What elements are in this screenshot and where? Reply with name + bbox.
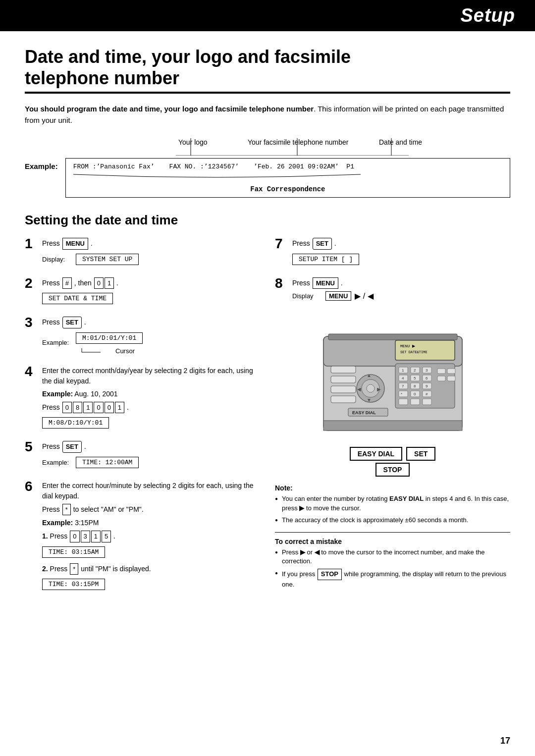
svg-rect-38	[411, 399, 420, 405]
svg-text:4: 4	[402, 376, 404, 380]
key-5: 5	[102, 531, 111, 542]
svg-rect-49	[437, 376, 445, 381]
svg-text:1: 1	[402, 368, 404, 373]
step-8: 8 Press MENU . Display MENU ▶ / ◀	[275, 277, 510, 303]
step-1-display: SYSTEM SET UP	[76, 254, 139, 265]
intro-bold: You should program the date and time, yo…	[25, 105, 314, 113]
step-2-content: Press # , then 01 . SET DATE & TIME	[42, 277, 260, 308]
step-6-sub1-text: 1. Press 0315 .	[42, 531, 260, 542]
star-key: *	[62, 504, 71, 516]
step-6: 6 Enter the correct hour/minute by selec…	[25, 481, 260, 596]
svg-text:3: 3	[426, 368, 428, 373]
page-number: 17	[500, 736, 510, 746]
set-button-3: SET	[62, 317, 82, 328]
menu-button-1: MENU	[62, 238, 88, 250]
step-6-sub1-display: TIME: 03:15AM	[42, 546, 105, 558]
svg-text:*: *	[401, 392, 402, 396]
step-3: 3 Press SET . Example: M:01/D:01/Y:01	[25, 317, 260, 357]
fax-machine-svg: MENU ▶ SET DATE&TIME 1 2 3	[319, 312, 467, 440]
svg-text:▼: ▼	[367, 397, 372, 403]
step-6-text1: Enter the correct hour/minute by selecti…	[42, 481, 260, 501]
svg-text:#: #	[426, 392, 428, 396]
svg-rect-54	[331, 396, 356, 403]
step-8-text: Press MENU .	[292, 277, 510, 289]
step-7-text: Press SET .	[292, 238, 510, 250]
svg-text:7: 7	[402, 384, 404, 388]
fax-from: FROM :ʼPanasonic Faxʼ	[73, 162, 155, 170]
step-6-example: Example: 3:15PM	[42, 518, 260, 528]
step-1-display-row: Display: SYSTEM SET UP	[42, 252, 260, 267]
key-1b: 1	[115, 402, 124, 414]
star-key-2: *	[70, 563, 78, 575]
svg-rect-39	[423, 399, 431, 405]
svg-text:SET DATE&TIME: SET DATE&TIME	[400, 350, 428, 354]
example-label: Example:	[25, 162, 58, 170]
step-8-display-row: Display MENU ▶ / ◀	[292, 291, 510, 301]
note-section: Note: You can enter the number by rotati…	[275, 484, 510, 525]
example-box: FROM :ʼPanasonic Faxʼ FAX NO. :ʼ1234567ʼ…	[65, 158, 510, 198]
fax-date: ʼFeb. 26 2001 09:02AMʼ P1	[254, 162, 354, 170]
step-5-display-row: Example: TIME: 12:00AM	[42, 455, 260, 470]
svg-rect-37	[399, 399, 408, 405]
set-button-5: SET	[62, 441, 82, 453]
key-1a: 1	[83, 402, 93, 414]
step-4-display-row: M:08/D:10/Y:01	[42, 416, 260, 430]
steps-layout: 1 Press MENU . Display: SYSTEM SET UP 2	[25, 238, 510, 604]
svg-text:8: 8	[414, 384, 416, 388]
svg-text:2: 2	[414, 368, 416, 373]
note-item-1: You can enter the number by rotating EAS…	[275, 494, 510, 512]
cursor-line: Cursor	[76, 346, 143, 355]
stop-button: STOP	[375, 463, 410, 477]
keypad-grid: 1 2 3 4 5 6 7	[399, 367, 431, 405]
step-3-example-label: Example:	[42, 339, 72, 346]
step-1-content: Press MENU . Display: SYSTEM SET UP	[42, 238, 260, 269]
cursor-note: Cursor	[115, 347, 135, 355]
step-8-number: 8	[275, 275, 292, 291]
correct-title: To correct a mistake	[275, 538, 510, 545]
step-4-example: Example: Aug. 10, 2001	[42, 389, 260, 399]
svg-text:EASY DIAL: EASY DIAL	[352, 410, 376, 415]
step-5-content: Press SET . Example: TIME: 12:00AM	[42, 441, 260, 472]
step-5: 5 Press SET . Example: TIME: 12:00AM	[25, 441, 260, 472]
step-6-sub1-display-row: TIME: 03:15AM	[42, 545, 260, 559]
step-1-display-label: Display:	[42, 256, 72, 263]
step-6-sub1: 1. Press 0315 . TIME: 03:15AM	[42, 531, 260, 559]
example-row: Example: FROM :ʼPanasonic Faxʼ FAX NO. :…	[25, 158, 510, 198]
correct-item-2: If you press STOP while programming, the…	[275, 569, 510, 589]
steps-right: 7 Press SET . SETUP ITEM [ ] 8 Press MEN…	[275, 238, 510, 604]
step-5-number: 5	[25, 439, 42, 455]
hash-button: #	[62, 277, 72, 289]
key-1-btn: 1	[105, 277, 114, 289]
step-3-number: 3	[25, 315, 42, 330]
note-item-2: The accuracy of the clock is approximate…	[275, 516, 510, 525]
fax-button-group: EASY DIAL SET STOP	[350, 444, 436, 477]
step-6-sub2-text: 2. Press * until "PM" is displayed.	[42, 563, 260, 575]
cursor-arrow-svg	[76, 346, 106, 354]
svg-rect-57	[323, 421, 462, 431]
key-8: 8	[73, 402, 82, 414]
svg-text:5: 5	[414, 376, 416, 380]
step-2-text: Press # , then 01 .	[42, 277, 260, 289]
step-7-content: Press SET . SETUP ITEM [ ]	[292, 238, 510, 269]
title-line2: telephone number	[25, 68, 179, 88]
step-8-menu-label: MENU	[325, 291, 351, 301]
step-4-keys: Press 081001 .	[42, 402, 260, 414]
fax-line-curve	[73, 170, 361, 179]
svg-text:▲: ▲	[367, 373, 372, 378]
step-6-text2: Press * to select "AM" or "PM".	[42, 504, 260, 516]
step-8-content: Press MENU . Display MENU ▶ / ◀	[292, 277, 510, 303]
svg-rect-53	[331, 386, 356, 393]
page-header: Setup	[0, 0, 535, 31]
step-1-text: Press MENU .	[42, 238, 260, 250]
step-5-example-label: Example:	[42, 459, 72, 466]
step-4-number: 4	[25, 364, 42, 379]
step-3-display-row: Example: M:01/D:01/Y:01 Cursor	[42, 331, 260, 355]
key-0b: 0	[94, 402, 103, 414]
svg-text:6: 6	[426, 376, 428, 380]
step-4-content: Enter the correct month/day/year by sele…	[42, 366, 260, 432]
fax-correspondence: Fax Correspondence	[73, 185, 502, 193]
step-6-example-bold: Example:	[42, 519, 73, 527]
step-6-sub2-display: TIME: 03:15PM	[42, 579, 105, 590]
step-7-number: 7	[275, 236, 292, 252]
correct-arrow-left: ◀	[315, 548, 320, 556]
